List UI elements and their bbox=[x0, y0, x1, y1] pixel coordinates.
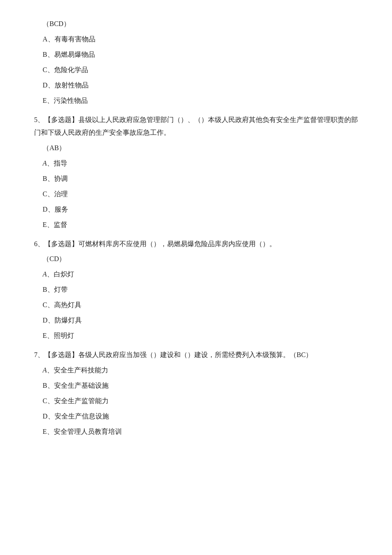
q7-option-c: C、安全生产监管能力 bbox=[43, 394, 358, 408]
q4-options: A、有毒有害物品 B、易燃易爆物品 C、危险化学品 D、放射性物品 E、污染性物… bbox=[34, 32, 358, 108]
q6-option-d: D、防爆灯具 bbox=[43, 314, 358, 327]
answer-cd: （CD） bbox=[43, 252, 358, 266]
q5-option-b: B、协调 bbox=[43, 172, 358, 186]
q5-text: 5、【多选题】县级以上人民政府应急管理部门（）、（）本级人民政府其他负有安全生产… bbox=[34, 113, 358, 139]
answer-ab: （AB） bbox=[43, 141, 358, 155]
main-content: （BCD） A、有毒有害物品 B、易燃易爆物品 C、危险化学品 D、放射性物品 … bbox=[34, 17, 358, 439]
q6-option-e: E、照明灯 bbox=[43, 329, 358, 343]
q4-option-d: D、放射性物品 bbox=[43, 78, 358, 92]
q4-option-a: A、有毒有害物品 bbox=[43, 32, 358, 46]
q4-option-c: C、危险化学品 bbox=[43, 63, 358, 77]
q7-option-e: E、安全管理人员教育培训 bbox=[43, 425, 358, 439]
q4-option-b: B、易燃易爆物品 bbox=[43, 48, 358, 61]
q5-option-d: D、服务 bbox=[43, 203, 358, 216]
q7-option-b: B、安全生产基础设施 bbox=[43, 379, 358, 392]
q6-option-a: A、白炽灯 bbox=[43, 267, 358, 281]
q6-text: 6、【多选题】可燃材料库房不应使用（），易燃易爆危险品库房内应使用（）。 bbox=[34, 238, 358, 250]
q5-option-a: A、指导 bbox=[43, 157, 358, 170]
q6-option-b: B、灯带 bbox=[43, 283, 358, 296]
q6-option-c: C、高热灯具 bbox=[43, 298, 358, 312]
answer-bcd: （BCD） bbox=[43, 17, 358, 31]
q4-option-e: E、污染性物品 bbox=[43, 94, 358, 108]
q7-options: A、安全生产科技能力 B、安全生产基础设施 C、安全生产监管能力 D、安全生产信… bbox=[34, 363, 358, 439]
q5-options: A、指导 B、协调 C、治理 D、服务 E、监督 bbox=[34, 157, 358, 232]
q6-options: A、白炽灯 B、灯带 C、高热灯具 D、防爆灯具 E、照明灯 bbox=[34, 267, 358, 343]
q7-option-a: A、安全生产科技能力 bbox=[43, 363, 358, 377]
q5-option-e: E、监督 bbox=[43, 218, 358, 232]
q7-text: 7、【多选题】各级人民政府应当加强（）建设和（）建设，所需经费列入本级预算。（B… bbox=[34, 349, 358, 361]
q5-option-c: C、治理 bbox=[43, 187, 358, 201]
q7-option-d: D、安全生产信息设施 bbox=[43, 410, 358, 423]
